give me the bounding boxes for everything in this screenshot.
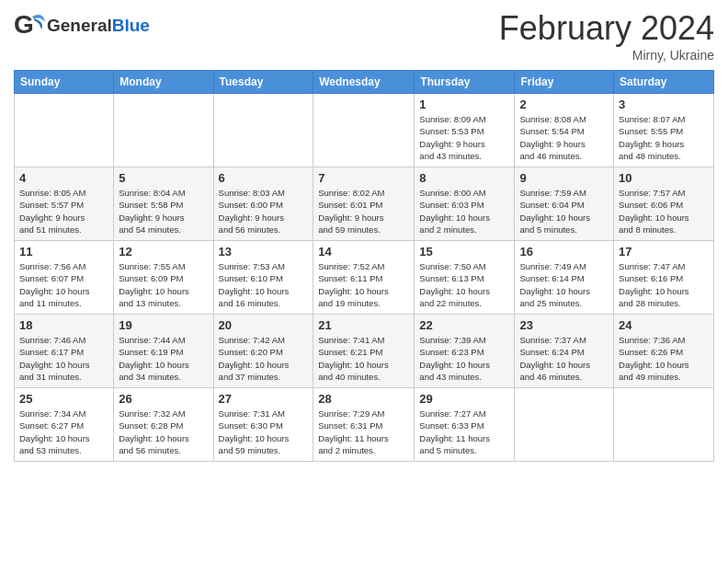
day-info: Sunrise: 7:39 AM Sunset: 6:23 PM Dayligh… [419, 334, 509, 383]
calendar-cell: 20Sunrise: 7:42 AM Sunset: 6:20 PM Dayli… [213, 315, 313, 388]
calendar-cell: 18Sunrise: 7:46 AM Sunset: 6:17 PM Dayli… [15, 315, 114, 388]
calendar-cell: 10Sunrise: 7:57 AM Sunset: 6:06 PM Dayli… [614, 167, 714, 241]
day-number: 4 [19, 171, 108, 185]
calendar-cell: 11Sunrise: 7:56 AM Sunset: 6:07 PM Dayli… [15, 241, 114, 315]
col-monday: Monday [114, 71, 213, 94]
calendar-cell: 3Sunrise: 8:07 AM Sunset: 5:55 PM Daylig… [614, 94, 714, 167]
col-tuesday: Tuesday [213, 71, 313, 94]
calendar-cell [313, 94, 415, 167]
day-number: 2 [519, 98, 609, 111]
calendar-cell [114, 94, 213, 167]
col-thursday: Thursday [415, 71, 515, 94]
day-number: 20 [219, 318, 309, 332]
col-wednesday: Wednesday [313, 71, 415, 94]
calendar-cell: 24Sunrise: 7:36 AM Sunset: 6:26 PM Dayli… [614, 315, 714, 388]
day-info: Sunrise: 8:05 AM Sunset: 5:57 PM Dayligh… [19, 187, 108, 236]
calendar-week-1: 4Sunrise: 8:05 AM Sunset: 5:57 PM Daylig… [15, 167, 714, 241]
calendar-cell: 23Sunrise: 7:37 AM Sunset: 6:24 PM Dayli… [515, 315, 614, 388]
header: G GeneralBlue February 2024 Mirny, Ukrai… [14, 9, 714, 63]
day-number: 16 [519, 245, 609, 259]
day-info: Sunrise: 7:41 AM Sunset: 6:21 PM Dayligh… [318, 334, 409, 383]
day-number: 23 [519, 318, 609, 332]
day-info: Sunrise: 8:02 AM Sunset: 6:01 PM Dayligh… [318, 187, 409, 236]
calendar-cell: 13Sunrise: 7:53 AM Sunset: 6:10 PM Dayli… [213, 241, 313, 315]
calendar-cell: 28Sunrise: 7:29 AM Sunset: 6:31 PM Dayli… [313, 388, 415, 462]
day-info: Sunrise: 7:36 AM Sunset: 6:26 PM Dayligh… [619, 334, 709, 383]
day-number: 17 [619, 245, 709, 259]
calendar-cell: 7Sunrise: 8:02 AM Sunset: 6:01 PM Daylig… [313, 167, 415, 241]
calendar-week-2: 11Sunrise: 7:56 AM Sunset: 6:07 PM Dayli… [15, 241, 714, 315]
day-info: Sunrise: 7:44 AM Sunset: 6:19 PM Dayligh… [119, 334, 208, 383]
calendar-cell [515, 388, 614, 462]
day-info: Sunrise: 8:00 AM Sunset: 6:03 PM Dayligh… [419, 187, 509, 236]
day-info: Sunrise: 7:56 AM Sunset: 6:07 PM Dayligh… [19, 260, 108, 309]
calendar-cell: 9Sunrise: 7:59 AM Sunset: 6:04 PM Daylig… [515, 167, 614, 241]
day-number: 6 [219, 171, 309, 185]
day-number: 26 [119, 392, 208, 406]
calendar: Sunday Monday Tuesday Wednesday Thursday… [14, 70, 714, 462]
calendar-header-row: Sunday Monday Tuesday Wednesday Thursday… [15, 71, 714, 94]
calendar-cell: 25Sunrise: 7:34 AM Sunset: 6:27 PM Dayli… [15, 388, 114, 462]
day-info: Sunrise: 8:04 AM Sunset: 5:58 PM Dayligh… [119, 187, 208, 236]
day-info: Sunrise: 8:09 AM Sunset: 5:53 PM Dayligh… [419, 113, 509, 162]
day-number: 29 [419, 392, 509, 406]
day-number: 14 [318, 245, 409, 259]
calendar-cell [213, 94, 313, 167]
calendar-cell: 21Sunrise: 7:41 AM Sunset: 6:21 PM Dayli… [313, 315, 415, 388]
day-info: Sunrise: 8:03 AM Sunset: 6:00 PM Dayligh… [219, 187, 309, 236]
day-info: Sunrise: 8:08 AM Sunset: 5:54 PM Dayligh… [519, 113, 609, 162]
day-number: 5 [119, 171, 208, 185]
day-number: 24 [619, 318, 709, 332]
calendar-cell: 8Sunrise: 8:00 AM Sunset: 6:03 PM Daylig… [415, 167, 515, 241]
calendar-cell: 1Sunrise: 8:09 AM Sunset: 5:53 PM Daylig… [415, 94, 515, 167]
day-number: 13 [219, 245, 309, 259]
day-info: Sunrise: 7:50 AM Sunset: 6:13 PM Dayligh… [419, 260, 509, 309]
day-number: 22 [419, 318, 509, 332]
day-number: 15 [419, 245, 509, 259]
calendar-cell: 19Sunrise: 7:44 AM Sunset: 6:19 PM Dayli… [114, 315, 213, 388]
day-number: 11 [19, 245, 108, 259]
calendar-cell: 12Sunrise: 7:55 AM Sunset: 6:09 PM Dayli… [114, 241, 213, 315]
day-info: Sunrise: 7:53 AM Sunset: 6:10 PM Dayligh… [219, 260, 309, 309]
logo-icon: G [14, 9, 47, 42]
day-info: Sunrise: 7:37 AM Sunset: 6:24 PM Dayligh… [519, 334, 609, 383]
calendar-cell: 22Sunrise: 7:39 AM Sunset: 6:23 PM Dayli… [415, 315, 515, 388]
calendar-cell: 14Sunrise: 7:52 AM Sunset: 6:11 PM Dayli… [313, 241, 415, 315]
day-info: Sunrise: 7:27 AM Sunset: 6:33 PM Dayligh… [419, 408, 509, 456]
day-info: Sunrise: 7:34 AM Sunset: 6:27 PM Dayligh… [19, 408, 108, 456]
calendar-week-4: 25Sunrise: 7:34 AM Sunset: 6:27 PM Dayli… [15, 388, 714, 462]
day-info: Sunrise: 7:47 AM Sunset: 6:16 PM Dayligh… [619, 260, 709, 309]
col-friday: Friday [515, 71, 614, 94]
day-info: Sunrise: 7:57 AM Sunset: 6:06 PM Dayligh… [619, 187, 709, 236]
title-section: February 2024 Mirny, Ukraine [499, 9, 714, 63]
calendar-cell: 5Sunrise: 8:04 AM Sunset: 5:58 PM Daylig… [114, 167, 213, 241]
day-number: 19 [119, 318, 208, 332]
calendar-week-0: 1Sunrise: 8:09 AM Sunset: 5:53 PM Daylig… [15, 94, 714, 167]
day-number: 27 [219, 392, 309, 406]
calendar-cell: 17Sunrise: 7:47 AM Sunset: 6:16 PM Dayli… [614, 241, 714, 315]
day-number: 25 [19, 392, 108, 406]
day-info: Sunrise: 7:49 AM Sunset: 6:14 PM Dayligh… [519, 260, 609, 309]
day-info: Sunrise: 8:07 AM Sunset: 5:55 PM Dayligh… [619, 113, 709, 162]
calendar-cell [15, 94, 114, 167]
day-info: Sunrise: 7:31 AM Sunset: 6:30 PM Dayligh… [219, 408, 309, 456]
calendar-cell [614, 388, 714, 462]
day-number: 8 [419, 171, 509, 185]
day-info: Sunrise: 7:32 AM Sunset: 6:28 PM Dayligh… [119, 408, 208, 456]
day-info: Sunrise: 7:59 AM Sunset: 6:04 PM Dayligh… [519, 187, 609, 236]
day-number: 9 [519, 171, 609, 185]
calendar-cell: 4Sunrise: 8:05 AM Sunset: 5:57 PM Daylig… [15, 167, 114, 241]
calendar-week-3: 18Sunrise: 7:46 AM Sunset: 6:17 PM Dayli… [15, 315, 714, 388]
logo-text: GeneralBlue [47, 16, 150, 36]
page: G GeneralBlue February 2024 Mirny, Ukrai… [0, 0, 728, 563]
day-number: 7 [318, 171, 409, 185]
svg-text:G: G [14, 10, 34, 39]
month-year: February 2024 [499, 9, 714, 48]
location: Mirny, Ukraine [499, 48, 714, 63]
day-number: 10 [619, 171, 709, 185]
calendar-cell: 26Sunrise: 7:32 AM Sunset: 6:28 PM Dayli… [114, 388, 213, 462]
day-number: 18 [19, 318, 108, 332]
calendar-cell: 27Sunrise: 7:31 AM Sunset: 6:30 PM Dayli… [213, 388, 313, 462]
day-number: 28 [318, 392, 409, 406]
day-number: 12 [119, 245, 208, 259]
